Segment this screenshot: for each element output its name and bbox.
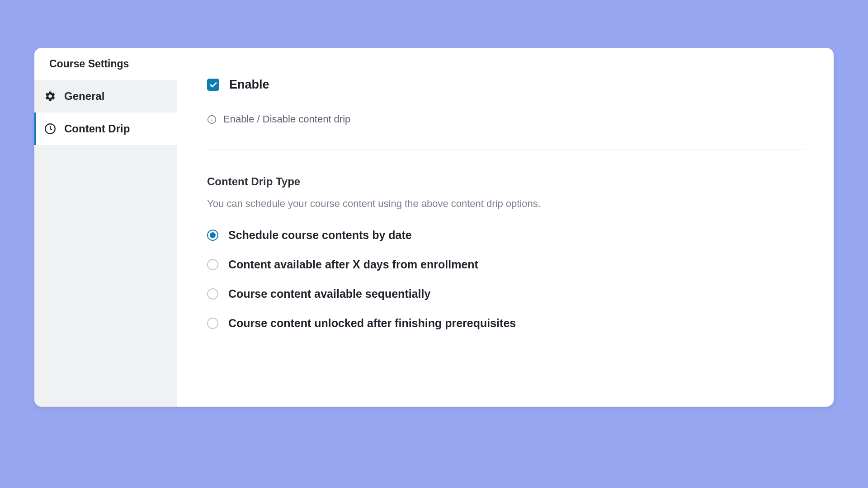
radio-option-after-x-days[interactable]: Content available after X days from enro… <box>207 258 804 271</box>
sidebar: Course Settings General Content Drip <box>34 48 177 407</box>
check-icon <box>209 81 217 89</box>
radio-option-prerequisites[interactable]: Course content unlocked after finishing … <box>207 317 804 330</box>
radio-label: Course content unlocked after finishing … <box>228 317 516 330</box>
divider <box>207 150 804 150</box>
sidebar-title: Course Settings <box>34 48 177 80</box>
radio-group: Schedule course contents by date Content… <box>207 229 804 330</box>
sidebar-item-general[interactable]: General <box>34 80 177 113</box>
drip-type-title: Content Drip Type <box>207 175 804 188</box>
help-row: Enable / Disable content drip <box>207 113 804 125</box>
radio-input[interactable] <box>207 259 218 270</box>
sidebar-item-content-drip[interactable]: Content Drip <box>34 113 177 145</box>
drip-type-description: You can schedule your course content usi… <box>207 198 804 210</box>
gear-icon <box>44 90 56 102</box>
radio-input[interactable] <box>207 318 218 329</box>
content-area: Enable Enable / Disable content drip Con… <box>177 48 834 407</box>
enable-checkbox[interactable] <box>207 79 219 91</box>
sidebar-item-label: General <box>64 90 104 103</box>
radio-option-schedule-by-date[interactable]: Schedule course contents by date <box>207 229 804 242</box>
settings-panel: Course Settings General Content Drip <box>34 48 834 407</box>
sidebar-item-label: Content Drip <box>64 122 130 135</box>
clock-icon <box>44 123 56 135</box>
radio-label: Course content available sequentially <box>228 287 430 300</box>
radio-option-sequentially[interactable]: Course content available sequentially <box>207 287 804 300</box>
radio-input[interactable] <box>207 230 218 241</box>
enable-label: Enable <box>229 78 269 92</box>
radio-label: Content available after X days from enro… <box>228 258 478 271</box>
help-text: Enable / Disable content drip <box>223 113 350 125</box>
radio-input[interactable] <box>207 288 218 300</box>
radio-label: Schedule course contents by date <box>228 229 412 242</box>
info-icon <box>207 115 217 124</box>
enable-row: Enable <box>207 78 804 92</box>
